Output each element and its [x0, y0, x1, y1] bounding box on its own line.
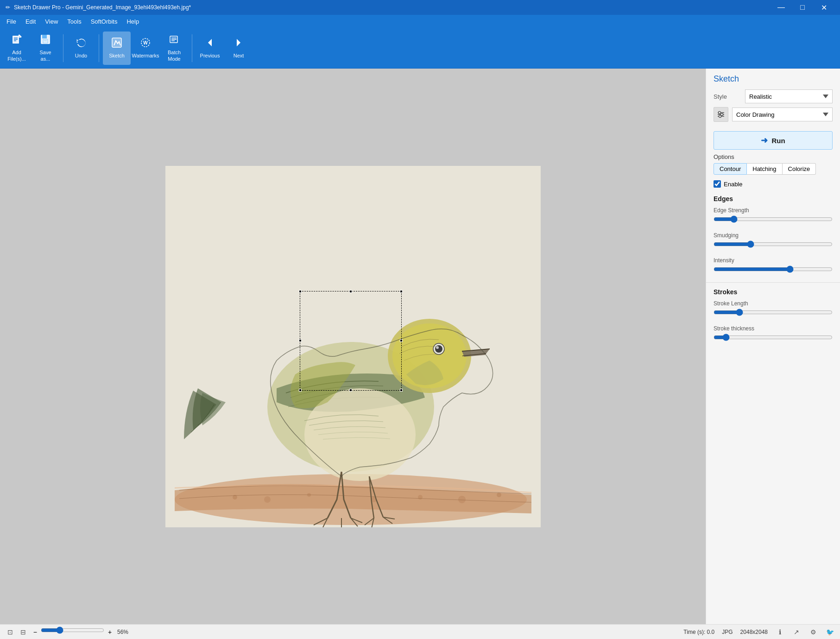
run-arrow-icon: ➜: [761, 135, 768, 146]
next-icon: [233, 37, 244, 51]
add-files-label: AddFile(s)...: [7, 50, 26, 62]
canvas-content: [165, 166, 541, 527]
svg-point-28: [497, 493, 501, 497]
intensity-slider[interactable]: [714, 266, 833, 273]
dimensions-display: 2048x2048: [740, 629, 768, 635]
undo-label: Undo: [75, 53, 87, 59]
menu-edit[interactable]: Edit: [21, 16, 40, 27]
menu-softorbits[interactable]: SoftOrbits: [86, 16, 122, 27]
toolbar-group-nav: Previous Next: [195, 28, 253, 68]
share-icon[interactable]: ↗: [792, 627, 801, 637]
svg-marker-19: [237, 39, 240, 46]
stroke-thickness-slider[interactable]: [714, 334, 833, 341]
sketch-button[interactable]: Sketch: [103, 32, 131, 65]
enable-checkbox[interactable]: [714, 180, 721, 188]
watermarks-icon: W: [140, 37, 151, 51]
zoom-selection-icon[interactable]: ⊟: [19, 627, 28, 637]
menu-help[interactable]: Help: [122, 16, 144, 27]
style-select[interactable]: Realistic: [745, 89, 833, 103]
edge-strength-slider[interactable]: [714, 215, 833, 223]
status-left: ⊡ ⊟ − + 56%: [6, 626, 676, 638]
style-label: Style: [714, 93, 741, 100]
watermarks-label: Watermarks: [132, 53, 159, 59]
svg-point-42: [719, 115, 721, 118]
menu-tools[interactable]: Tools: [63, 16, 86, 27]
panel-title: Sketch: [706, 69, 840, 86]
minimize-button[interactable]: —: [771, 0, 792, 15]
edge-strength-label: Edge Strength: [714, 207, 833, 214]
sep2: [99, 34, 99, 62]
zoom-out-button[interactable]: −: [32, 627, 39, 637]
toolbar-group-undo: Undo: [66, 28, 96, 68]
zoom-fit-icon[interactable]: ⊡: [6, 627, 15, 637]
stroke-thickness-section: Stroke thickness: [706, 323, 840, 348]
svg-point-23: [264, 496, 271, 503]
time-display: Time (s): 0.0: [683, 629, 714, 635]
status-right: Time (s): 0.0 JPG 2048x2048 ℹ ↗ ⚙ 🐦: [683, 627, 834, 637]
close-button[interactable]: ✕: [813, 0, 834, 15]
menu-view[interactable]: View: [40, 16, 63, 27]
stroke-length-slider[interactable]: [714, 309, 833, 316]
next-button[interactable]: Next: [225, 32, 253, 65]
title-bar: ✏ Sketch Drawer Pro - Gemini_Generated_I…: [0, 0, 840, 15]
svg-rect-8: [42, 35, 47, 38]
svg-point-26: [418, 495, 423, 500]
presets-select[interactable]: Color Drawing: [732, 108, 833, 121]
watermarks-button[interactable]: W Watermarks: [132, 32, 159, 65]
add-files-icon: [11, 34, 22, 48]
menu-bar: File Edit View Tools SoftOrbits Help: [0, 15, 840, 28]
tabs-row: Contour Hatching Colorize: [706, 163, 840, 175]
undo-button[interactable]: Undo: [67, 32, 95, 65]
run-label: Run: [771, 137, 785, 145]
toolbar-group-sketch: Sketch W Watermarks BatchMode: [102, 28, 189, 68]
edges-title: Edges: [706, 193, 840, 205]
previous-label: Previous: [200, 53, 220, 59]
svg-text:W: W: [143, 40, 148, 45]
maximize-button[interactable]: □: [792, 0, 813, 15]
previous-button[interactable]: Previous: [196, 32, 224, 65]
sketch-icon: [111, 37, 122, 51]
smudging-label: Smudging: [714, 232, 833, 239]
svg-point-34: [435, 345, 442, 353]
presets-row: Color Drawing: [714, 107, 833, 122]
zoom-percent: 56%: [117, 629, 128, 635]
toolbar: AddFile(s)... Saveas... Undo: [0, 28, 840, 69]
batch-mode-icon: [169, 34, 180, 48]
divider1: [706, 282, 840, 283]
title-bar-controls: — □ ✕: [771, 0, 834, 15]
tab-colorize[interactable]: Colorize: [783, 163, 816, 175]
svg-point-40: [719, 112, 721, 114]
intensity-section: Intensity: [706, 255, 840, 280]
zoom-controls: − +: [32, 626, 114, 638]
social-icon[interactable]: 🐦: [825, 627, 834, 637]
zoom-slider[interactable]: [41, 626, 105, 634]
window-title: Sketch Drawer Pro - Gemini_Generated_Ima…: [14, 4, 191, 11]
save-as-button[interactable]: Saveas...: [32, 32, 59, 65]
style-row: Style Realistic: [714, 89, 833, 103]
enable-label[interactable]: Enable: [724, 181, 742, 188]
info-icon[interactable]: ℹ: [775, 627, 784, 637]
app-icon: ✏: [6, 4, 10, 11]
smudging-slider[interactable]: [714, 240, 833, 248]
presets-adjust-icon[interactable]: [714, 107, 728, 122]
save-as-icon: [40, 34, 51, 48]
svg-marker-18: [208, 39, 212, 46]
sep3: [192, 34, 192, 62]
toolbar-group-files: AddFile(s)... Saveas...: [2, 28, 60, 68]
batch-mode-label: BatchMode: [168, 50, 181, 62]
next-label: Next: [234, 53, 244, 59]
run-button[interactable]: ➜ Run: [714, 131, 833, 150]
add-files-button[interactable]: AddFile(s)...: [3, 32, 31, 65]
settings-icon[interactable]: ⚙: [808, 627, 818, 637]
zoom-in-button[interactable]: +: [106, 627, 114, 637]
stroke-length-label: Stroke Length: [714, 300, 833, 307]
canvas-area[interactable]: [0, 69, 706, 624]
batch-mode-button[interactable]: BatchMode: [160, 32, 188, 65]
menu-file[interactable]: File: [2, 16, 21, 27]
stroke-thickness-label: Stroke thickness: [714, 325, 833, 332]
edge-strength-section: Edge Strength: [706, 205, 840, 230]
save-as-label: Saveas...: [39, 50, 51, 62]
tab-hatching[interactable]: Hatching: [747, 163, 782, 175]
tab-contour[interactable]: Contour: [714, 163, 747, 175]
bird-sketch: [165, 166, 541, 527]
